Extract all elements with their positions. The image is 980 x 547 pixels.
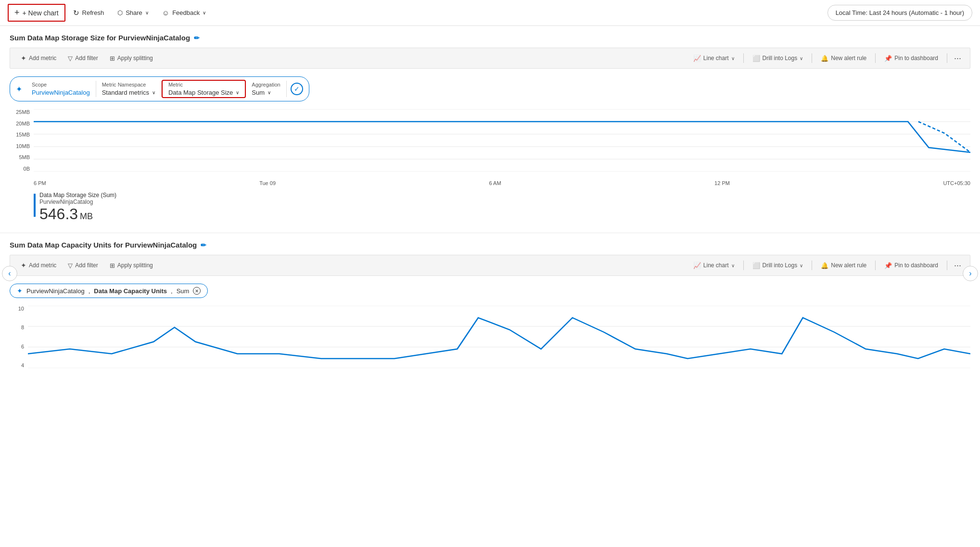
chart2-metric-toolbar: ✦ Add metric ▽ Add filter ⊞ Apply splitt… bbox=[10, 255, 970, 276]
chart2-drill-logs-button[interactable]: ⬜ Drill into Logs ∨ bbox=[748, 260, 808, 272]
chart2-add-filter-button[interactable]: ▽ Add filter bbox=[63, 260, 102, 272]
alert-icon: 🔔 bbox=[821, 55, 828, 62]
chart2-y-4: 4 bbox=[10, 362, 24, 368]
chart2-splitting-label: Apply splitting bbox=[117, 262, 153, 269]
chart2-line-chart-icon: 📈 bbox=[693, 262, 701, 269]
line-chart-icon: 📈 bbox=[693, 55, 701, 62]
x-label-6pm: 6 PM bbox=[34, 180, 46, 186]
chart2-add-metric-icon: ✦ bbox=[21, 261, 26, 269]
chart2-add-filter-label: Add filter bbox=[75, 262, 98, 269]
chart2-y-6: 6 bbox=[10, 344, 24, 349]
y-label-15mb: 15MB bbox=[10, 132, 30, 137]
chart2-alert-icon: 🔔 bbox=[821, 262, 828, 269]
chart1-add-metric-button[interactable]: ✦ Add metric bbox=[16, 52, 61, 64]
alert-label: New alert rule bbox=[831, 55, 866, 62]
time-range-button[interactable]: Local Time: Last 24 hours (Automatic - 1… bbox=[827, 5, 972, 21]
nav-left-arrow[interactable]: ‹ bbox=[2, 266, 17, 281]
metric-field: Metric Data Map Storage Size ∨ bbox=[162, 80, 246, 98]
drill-logs-icon: ⬜ bbox=[752, 55, 760, 62]
scope-value[interactable]: PurviewNinjaCatalog bbox=[32, 89, 90, 96]
toolbar-divider3 bbox=[875, 53, 876, 63]
chart1-toolbar-right: 📈 Line chart ∨ ⬜ Drill into Logs ∨ 🔔 New… bbox=[688, 52, 964, 64]
chart1-edit-icon[interactable]: ✏ bbox=[194, 34, 200, 42]
chart1-pin-dashboard-button[interactable]: 📌 Pin to dashboard bbox=[879, 52, 943, 64]
share-button[interactable]: ⬡ Share ∨ bbox=[112, 6, 154, 19]
chart2-drill-chevron: ∨ bbox=[800, 263, 803, 268]
chart1-more-button[interactable]: ··· bbox=[951, 52, 964, 64]
aggregation-dropdown[interactable]: Sum ∨ bbox=[252, 89, 280, 96]
chart2-edit-icon[interactable]: ✏ bbox=[201, 241, 206, 249]
legend-value-row: 546.3 MB bbox=[39, 205, 116, 223]
feedback-label: Feedback bbox=[172, 9, 200, 16]
chart2-line-chart-label: Line chart bbox=[703, 262, 729, 269]
metric-tag-aggregation: Sum bbox=[177, 287, 190, 295]
x-label-12pm: 12 PM bbox=[714, 180, 730, 186]
apply-splitting-label: Apply splitting bbox=[117, 55, 153, 62]
chart1-line bbox=[34, 122, 970, 152]
chart2-svg bbox=[28, 306, 970, 368]
chart1-section: Sum Data Map Storage Size for PurviewNin… bbox=[0, 26, 980, 233]
chart1-line-chart-button[interactable]: 📈 Line chart ∨ bbox=[688, 52, 739, 64]
new-chart-label: + New chart bbox=[23, 9, 59, 17]
chart2-splitting-icon: ⊞ bbox=[110, 262, 115, 269]
chart2-drill-icon: ⬜ bbox=[752, 262, 760, 269]
apply-splitting-icon: ⊞ bbox=[110, 55, 115, 62]
chart1-dashed-line bbox=[918, 122, 970, 152]
share-icon: ⬡ bbox=[117, 9, 123, 16]
chart2-container: 10 8 6 4 bbox=[10, 306, 970, 383]
nav-right-arrow[interactable]: › bbox=[963, 266, 978, 281]
chart2-apply-splitting-button[interactable]: ⊞ Apply splitting bbox=[105, 260, 158, 272]
chart1-title-row: Sum Data Map Storage Size for PurviewNin… bbox=[10, 34, 970, 42]
chart2-new-alert-button[interactable]: 🔔 New alert rule bbox=[816, 260, 871, 272]
feedback-button[interactable]: ☺ Feedback ∨ bbox=[156, 6, 212, 20]
y-label-10mb: 10MB bbox=[10, 143, 30, 149]
chart2-pin-dashboard-button[interactable]: 📌 Pin to dashboard bbox=[879, 260, 943, 272]
chart2-divider3 bbox=[875, 261, 876, 270]
scope-label: Scope bbox=[32, 82, 90, 87]
chart2-toolbar-left: ✦ Add metric ▽ Add filter ⊞ Apply splitt… bbox=[16, 259, 158, 272]
new-chart-button[interactable]: + + New chart bbox=[8, 4, 65, 22]
toolbar-divider2 bbox=[812, 53, 812, 63]
chart1-toolbar-left: ✦ Add metric ▽ Add filter ⊞ Apply splitt… bbox=[16, 52, 158, 64]
pin-label: Pin to dashboard bbox=[894, 55, 938, 62]
metric-dropdown[interactable]: Data Map Storage Size ∨ bbox=[168, 89, 239, 96]
chart1-add-filter-button[interactable]: ▽ Add filter bbox=[63, 52, 102, 64]
scope-field: Scope PurviewNinjaCatalog bbox=[26, 81, 96, 97]
chart1-drill-logs-button[interactable]: ⬜ Drill into Logs ∨ bbox=[748, 52, 808, 64]
chart1-apply-splitting-button[interactable]: ⊞ Apply splitting bbox=[105, 52, 158, 64]
scope-bar-check[interactable]: ✓ bbox=[291, 83, 303, 95]
chart2-title: Sum Data Map Capacity Units for PurviewN… bbox=[10, 241, 197, 249]
pin-icon: 📌 bbox=[884, 55, 892, 62]
metric-label: Metric bbox=[168, 82, 239, 87]
metric-tag-close-button[interactable]: ✕ bbox=[193, 287, 201, 295]
chart2-title-row: Sum Data Map Capacity Units for PurviewN… bbox=[10, 241, 970, 249]
toolbar-divider bbox=[743, 53, 744, 63]
metric-namespace-dropdown[interactable]: Standard metrics ∨ bbox=[102, 89, 155, 96]
metric-tag-metric: Data Map Capacity Units bbox=[94, 287, 167, 295]
chart2-divider4 bbox=[947, 261, 947, 270]
chart2-add-metric-button[interactable]: ✦ Add metric bbox=[16, 259, 61, 272]
metric-chevron: ∨ bbox=[236, 90, 239, 95]
legend-subtitle: PurviewNinjaCatalog bbox=[39, 199, 116, 205]
legend-unit: MB bbox=[80, 211, 93, 222]
add-metric-icon: ✦ bbox=[21, 54, 26, 62]
chart1-legend: Data Map Storage Size (Sum) PurviewNinja… bbox=[10, 192, 970, 223]
drill-logs-label: Drill into Logs bbox=[763, 55, 798, 62]
chart2-line-chart-button[interactable]: 📈 Line chart ∨ bbox=[688, 260, 739, 272]
legend-bar bbox=[34, 194, 36, 217]
chart2-y-10: 10 bbox=[10, 306, 24, 311]
scope-bar-icon: ✦ bbox=[16, 85, 22, 94]
chart1-new-alert-button[interactable]: 🔔 New alert rule bbox=[816, 52, 871, 64]
refresh-button[interactable]: ↻ Refresh bbox=[67, 6, 110, 20]
chart2-alert-label: New alert rule bbox=[831, 262, 866, 269]
share-label: Share bbox=[126, 9, 142, 16]
legend-text: Data Map Storage Size (Sum) PurviewNinja… bbox=[39, 192, 116, 223]
metric-tag-icon: ✦ bbox=[17, 287, 23, 295]
legend-value: 546.3 bbox=[39, 205, 78, 223]
chart2-pin-icon: 📌 bbox=[884, 262, 892, 269]
chart2-more-button[interactable]: ··· bbox=[951, 260, 964, 272]
add-filter-icon: ▽ bbox=[68, 55, 73, 62]
drill-logs-chevron: ∨ bbox=[800, 56, 803, 61]
plus-icon: + bbox=[14, 8, 20, 18]
x-label-6am: 6 AM bbox=[489, 180, 501, 186]
